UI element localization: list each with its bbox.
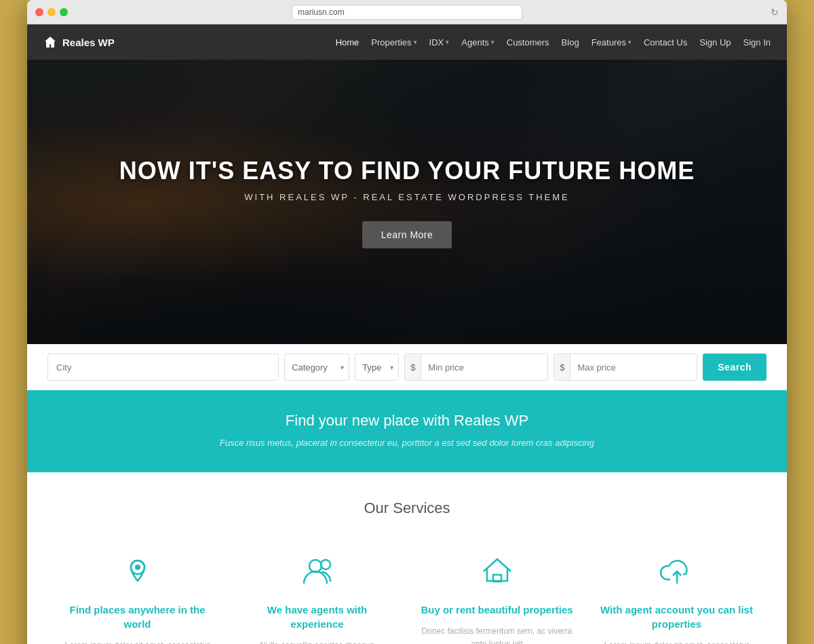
service-name-0: Find places anywhere in the world: [61, 603, 214, 631]
category-select-wrapper: Category Apartment House Villa: [284, 354, 349, 381]
hero-title: NOW IT'S EASY TO FIND YOUR FUTURE HOME: [119, 157, 695, 185]
min-price-input[interactable]: [421, 354, 548, 380]
nav-blog[interactable]: Blog: [562, 37, 579, 48]
url-bar[interactable]: mariusn.com: [292, 5, 522, 20]
service-desc-3: Lorem ipsum dolor sit amet, consectetur …: [600, 639, 753, 644]
service-desc-0: Lorem ipsum dolor sit amet, consectetur …: [61, 639, 214, 644]
service-name-2: Buy or rent beautiful properties: [421, 603, 573, 617]
service-desc-2: Donec facilisis fermentum sem, ac viverr…: [421, 625, 573, 644]
services-title: Our Services: [54, 499, 760, 517]
nav-features[interactable]: Features ▾: [592, 37, 632, 48]
max-price-wrapper: $: [554, 354, 697, 381]
nav-home[interactable]: Home: [336, 37, 360, 48]
house-icon: [477, 551, 518, 592]
home-logo-icon: [43, 35, 57, 49]
website-content: Reales WP Home Properties ▾ IDX ▾ Agents…: [27, 24, 787, 644]
nav-signin[interactable]: Sign In: [743, 37, 771, 48]
dot-close[interactable]: [35, 8, 43, 16]
service-card-properties: Buy or rent beautiful properties Donec f…: [414, 544, 580, 644]
service-name-3: With agent account you can list properti…: [600, 603, 753, 631]
services-grid: Find places anywhere in the world Lorem …: [54, 544, 760, 644]
svg-point-1: [135, 565, 140, 570]
nav-customers[interactable]: Customers: [507, 37, 549, 48]
browser-dots: [35, 8, 68, 16]
browser-titlebar: mariusn.com ↻: [27, 0, 787, 24]
service-card-agents: We have agents with experience Nulla con…: [234, 544, 400, 644]
svg-point-3: [321, 560, 330, 569]
learn-more-button[interactable]: Learn More: [362, 221, 452, 248]
navbar: Reales WP Home Properties ▾ IDX ▾ Agents…: [27, 24, 787, 60]
max-price-input[interactable]: [570, 354, 697, 380]
city-input[interactable]: [47, 354, 279, 381]
svg-point-2: [309, 560, 322, 572]
nav-agents[interactable]: Agents ▾: [461, 37, 494, 48]
search-button[interactable]: Search: [703, 354, 767, 381]
url-text: mariusn.com: [298, 7, 345, 17]
nav-idx[interactable]: IDX ▾: [429, 37, 450, 48]
browser-window: mariusn.com ↻ Reales WP Home Properties …: [27, 0, 787, 644]
hero-subtitle: WITH REALES WP - REAL ESTATE WORDPRESS T…: [244, 192, 569, 202]
min-price-symbol: $: [405, 354, 421, 380]
type-select[interactable]: Type Buy Rent: [355, 354, 399, 381]
nav-signup[interactable]: Sign Up: [699, 37, 731, 48]
nav-logo[interactable]: Reales WP: [43, 35, 115, 49]
nav-contact[interactable]: Contact Us: [644, 37, 687, 48]
teal-banner-text: Fusce risus metus, placerat in consectet…: [41, 436, 773, 451]
refresh-icon[interactable]: ↻: [771, 7, 779, 18]
service-card-account: With agent account you can list properti…: [594, 544, 760, 644]
services-section: Our Services Find places anywhere in the…: [27, 472, 787, 644]
cloud-upload-icon: [657, 551, 697, 592]
teal-banner-title: Find your new place with Reales WP: [41, 412, 773, 430]
dot-minimize[interactable]: [47, 8, 56, 16]
hero-section: NOW IT'S EASY TO FIND YOUR FUTURE HOME W…: [27, 60, 787, 345]
service-name-1: We have agents with experience: [241, 603, 393, 631]
category-select[interactable]: Category Apartment House Villa: [284, 354, 349, 381]
min-price-wrapper: $: [404, 354, 548, 381]
person-icon: [297, 551, 338, 592]
logo-text: Reales WP: [62, 37, 115, 48]
service-desc-1: Nulla convallis egestas rhoncus consecte…: [241, 639, 393, 644]
service-card-location: Find places anywhere in the world Lorem …: [54, 544, 220, 644]
nav-links: Home Properties ▾ IDX ▾ Agents ▾ Custome…: [336, 37, 771, 48]
max-price-symbol: $: [554, 354, 570, 380]
location-icon: [117, 551, 158, 592]
search-bar: Category Apartment House Villa Type Buy …: [27, 344, 787, 390]
type-select-wrapper: Type Buy Rent: [355, 354, 399, 381]
nav-properties[interactable]: Properties ▾: [371, 37, 416, 48]
hero-content: NOW IT'S EASY TO FIND YOUR FUTURE HOME W…: [27, 60, 787, 345]
teal-banner: Find your new place with Reales WP Fusce…: [27, 390, 787, 472]
dot-maximize[interactable]: [60, 8, 68, 16]
